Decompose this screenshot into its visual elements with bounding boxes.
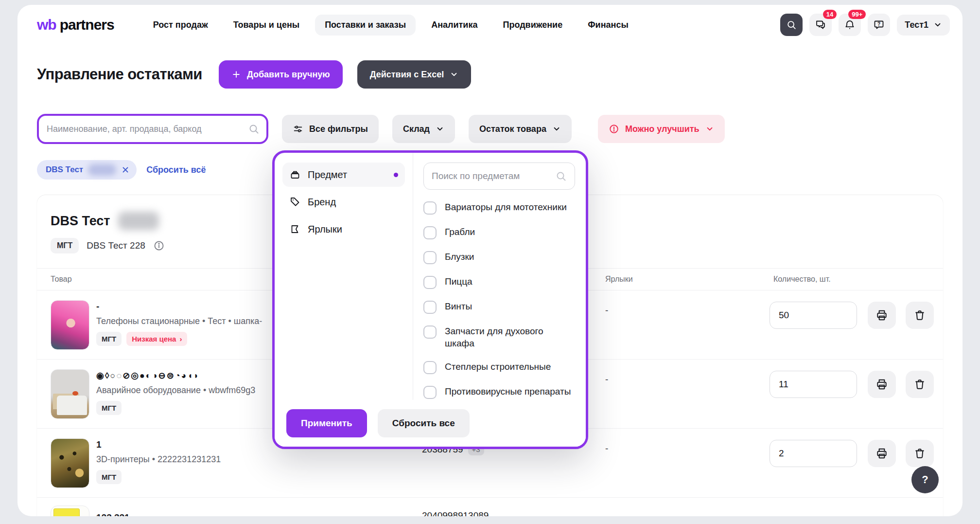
filter-option[interactable]: Пицца [423,270,575,295]
labels-value: - [605,374,608,385]
delete-button[interactable] [906,302,934,329]
search-icon [786,19,797,30]
tag-icon [289,196,301,208]
nav-promotion[interactable]: Продвижение [493,15,572,36]
chevron-right-icon: › [179,335,182,343]
checkbox[interactable] [423,251,437,264]
help-bubble-icon: ? [873,19,885,31]
chevron-down-icon [933,20,942,29]
applied-filter-chip[interactable]: DBS Тест [37,160,137,180]
search-button[interactable] [780,14,803,36]
nav-analytics[interactable]: Аналитика [421,15,487,36]
reset-all-link[interactable]: Сбросить всё [146,165,206,175]
checkbox[interactable] [423,301,437,314]
product-image[interactable] [51,300,89,350]
messages-button[interactable]: 14 [809,14,832,36]
filter-category-label: Ярлыки [308,224,342,235]
delete-button[interactable] [906,371,934,398]
can-improve-button[interactable]: Можно улучшить [598,115,725,143]
checkbox[interactable] [423,361,437,374]
chevron-down-icon [552,125,561,133]
question-mark-icon: ? [922,473,928,486]
filter-category-subject[interactable]: Предмет [282,163,405,187]
mgt-badge: МГТ [96,332,122,346]
add-manual-button[interactable]: Добавить вручную [219,60,343,89]
nav-supplies-orders[interactable]: Поставки и заказы [315,15,416,36]
filter-category-brand[interactable]: Бренд [282,190,405,214]
low-price-badge[interactable]: Низкая цена› [126,332,187,346]
nav-sales-growth[interactable]: Рост продаж [143,15,218,36]
quantity-input[interactable] [770,302,857,329]
stock-filter-label: Остаток товара [479,124,546,134]
product-image[interactable] [51,438,89,488]
checkbox[interactable] [423,201,437,215]
apply-button[interactable]: Применить [286,409,367,437]
filter-category-label: Предмет [308,169,347,181]
notifications-button[interactable]: 99+ [839,14,861,36]
column-quantity: Количество, шт. [773,275,831,284]
nav-goods-prices[interactable]: Товары и цены [224,15,309,36]
notifications-badge: 99+ [848,10,866,19]
filter-category-labels[interactable]: Ярлыки [282,217,405,241]
product-search-field[interactable] [37,114,268,144]
product-subtitle: Аварийное оборудование • wbwfm69g3 [96,385,255,396]
print-barcode-button[interactable] [868,440,896,467]
product-search-input[interactable] [47,124,248,134]
close-icon[interactable] [121,165,130,174]
stock-filter-button[interactable]: Остаток товара [469,115,572,143]
checkbox[interactable] [423,226,437,239]
main-nav: Рост продаж Товары и цены Поставки и зак… [143,15,638,36]
product-title[interactable]: ◉◊○◌⊘◎●◐◑⊖⊜◔◕◖◗ [96,370,255,381]
support-button[interactable]: ? [868,14,890,36]
search-icon [248,123,260,135]
print-barcode-button[interactable] [868,302,896,329]
filter-option[interactable]: Винты [423,295,575,320]
filter-option[interactable]: Блузки [423,245,575,270]
subject-search-field[interactable] [423,163,575,190]
reset-button[interactable]: Сбросить все [378,409,470,437]
product-title[interactable]: 1 [96,439,221,450]
all-filters-button[interactable]: Все фильтры [282,115,379,143]
product-title[interactable]: - [96,301,262,312]
filter-option[interactable]: Грабли [423,220,575,245]
print-barcode-button[interactable] [868,371,896,398]
checkbox[interactable] [423,276,437,289]
popup-options-panel: Вариаторы для мототехники Грабли Блузки … [413,153,586,400]
checkbox[interactable] [423,325,437,339]
account-menu[interactable]: Тест1 [897,15,950,36]
trash-icon [913,378,926,391]
excel-actions-button[interactable]: Действия с Excel [357,60,472,89]
delete-button[interactable] [906,440,934,467]
warning-icon [609,124,619,134]
quantity-input[interactable] [770,371,857,398]
warehouse-filter-button[interactable]: Склад [392,115,455,143]
product-title[interactable]: 123 321 [96,512,130,516]
info-icon[interactable] [153,240,165,252]
quantity-input[interactable] [770,440,857,467]
printer-icon [875,447,888,460]
chat-icon [815,19,826,31]
filter-option-label: Винты [445,301,472,313]
nav-finances[interactable]: Финансы [578,15,638,36]
filter-option[interactable]: Степлеры строительные [423,355,575,380]
popup-filter-menu: Предмет Бренд Ярлыки [275,153,413,400]
sliders-icon [293,124,303,134]
help-fab-button[interactable]: ? [911,466,939,493]
topbar: wb partners Рост продаж Товары и цены По… [18,5,962,39]
filter-option[interactable]: Вариаторы для мототехники [423,196,575,220]
filter-option-label: Пицца [445,276,472,288]
mgt-badge: МГТ [96,401,122,415]
product-subtitle: Телефоны стационарные • Тест • шапка- [96,316,262,326]
group-subtitle: DBS Тест 228 [87,240,145,251]
filter-option[interactable]: Противовирусные препараты [423,380,575,400]
warehouse-filter-label: Склад [403,124,430,134]
wb-partners-logo[interactable]: wb partners [37,17,114,33]
applied-chip-label: DBS Тест [46,165,83,175]
popup-footer: Применить Сбросить все [275,400,586,447]
checkbox[interactable] [423,386,437,399]
product-image[interactable] [51,506,89,516]
subject-search-input[interactable] [432,171,555,181]
filter-option[interactable]: Запчасти для духового шкафа [423,320,575,355]
product-image[interactable] [51,369,89,419]
app-window: wb partners Рост продаж Товары и цены По… [18,5,962,516]
